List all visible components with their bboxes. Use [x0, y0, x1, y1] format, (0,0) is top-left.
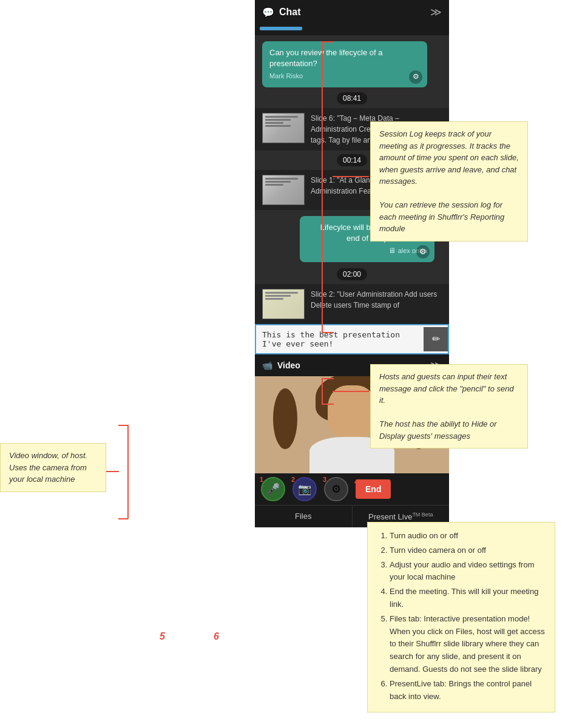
options-icon-2: ⚙: [419, 246, 427, 257]
progress-bar: [260, 27, 302, 30]
time-badge-2: 00:14: [337, 154, 367, 166]
controls-item-3: Adjust your audio and video settings fro…: [390, 559, 545, 584]
chat-message-1-text: Can you review the lifecycle of a presen…: [269, 48, 382, 68]
end-button-label: End: [365, 484, 381, 494]
time-badge-3: 02:00: [337, 268, 367, 280]
settings-button[interactable]: 3 ⚙: [324, 477, 348, 501]
end-meeting-button[interactable]: End: [356, 479, 391, 499]
chat-send-button[interactable]: ✏: [424, 327, 448, 351]
number-5: 5: [160, 631, 165, 642]
bracket-bottom-line: [322, 332, 334, 333]
video-window-annotation: Video window, of host. Uses the camera f…: [0, 443, 106, 492]
slide-entry-3: Slide 2: "User Administration Add users …: [255, 284, 449, 324]
tab-files-label: Files: [295, 512, 311, 521]
video-icon: 📹: [262, 360, 272, 370]
video-window-text: Video window, of host. Uses the camera f…: [9, 451, 87, 484]
bracket-left-line: [322, 41, 323, 333]
chat-bubble-1: Can you review the lifecycle of a presen…: [262, 41, 427, 87]
controls-annotation: Turn audio on or off Turn video camera o…: [367, 522, 555, 712]
video-bracket-top: [118, 425, 128, 426]
video-bracket-bottom: [118, 518, 128, 519]
chat-icon: 💬: [262, 7, 274, 18]
message-options-2[interactable]: ⚙: [416, 245, 430, 259]
input-bracket-bottom: [322, 404, 334, 405]
bracket-arrow-line: [333, 176, 369, 177]
session-log-text: Session Log keeps track of your meeting …: [379, 129, 519, 233]
input-bracket-arrow: [333, 391, 369, 392]
collapse-chat-icon[interactable]: ≫: [430, 5, 442, 19]
options-icon-1: ⚙: [413, 72, 419, 82]
number-6: 6: [214, 631, 219, 642]
time-separator-3: 02:00: [255, 265, 449, 284]
tab-present-sup: TM Beta: [412, 512, 433, 518]
video-bracket-left: [127, 425, 129, 519]
chat-input-area[interactable]: This is the best presentation I've ever …: [255, 324, 449, 354]
mic-button[interactable]: 1 🎤: [261, 477, 285, 501]
settings-icon-circle: ⚙: [324, 477, 348, 501]
slide-thumb-1: [262, 113, 305, 143]
slide-thumb-2: [262, 175, 305, 205]
control-number-2: 2: [291, 476, 295, 483]
chat-sender-1: Mark Risko: [269, 72, 420, 81]
control-number-4: 4: [354, 478, 358, 485]
mic-icon-circle: 🎤: [261, 477, 285, 501]
controls-item-4: End the meeting. This will kill your mee…: [390, 586, 545, 611]
slide-thumb-3: [262, 289, 305, 319]
controls-item-1: Turn audio on or off: [390, 530, 545, 543]
response-icon: 🖥: [388, 246, 396, 256]
chat-input-annotation: Hosts and guests can input their text me…: [370, 364, 528, 448]
control-number-1: 1: [260, 476, 263, 483]
chat-input[interactable]: This is the best presentation I've ever …: [256, 325, 424, 353]
controls-item-5: Files tab: Interactive presentation mode…: [390, 613, 545, 676]
input-bracket-top: [322, 378, 334, 379]
chat-title: Chat: [279, 7, 301, 18]
slide-text-3: Slide 2: "User Administration Add users …: [311, 289, 442, 311]
tab-files[interactable]: Files: [255, 506, 353, 527]
input-bracket-left: [322, 378, 323, 405]
chat-input-annotation-text: Hosts and guests can input their text me…: [379, 372, 514, 441]
progress-bar-container: [255, 24, 449, 35]
end-button-wrapper[interactable]: 4 End: [356, 479, 391, 499]
video-title: Video: [277, 360, 300, 370]
session-log-annotation: Session Log keeps track of your meeting …: [370, 121, 528, 242]
bracket-top-line: [322, 41, 334, 42]
message-options-1[interactable]: ⚙: [409, 70, 422, 84]
bottom-numbers: 5 6: [160, 631, 219, 642]
control-bar: 1 🎤 2 📷 3 ⚙ 4 End: [255, 473, 449, 505]
tab-present-label: Present Live: [368, 512, 412, 521]
controls-list: Turn audio on or off Turn video camera o…: [377, 530, 545, 703]
camera-icon-circle: 📷: [292, 477, 317, 501]
time-badge-1: 08:41: [337, 92, 367, 104]
controls-item-6: PresentLive tab: Brings the control pane…: [390, 678, 545, 703]
control-number-3: 3: [323, 476, 326, 483]
controls-item-2: Turn video camera on or off: [390, 544, 545, 557]
time-separator-1: 08:41: [255, 89, 449, 108]
camera-button[interactable]: 2 📷: [292, 477, 317, 501]
chat-header: 💬 Chat ≫: [255, 0, 449, 24]
